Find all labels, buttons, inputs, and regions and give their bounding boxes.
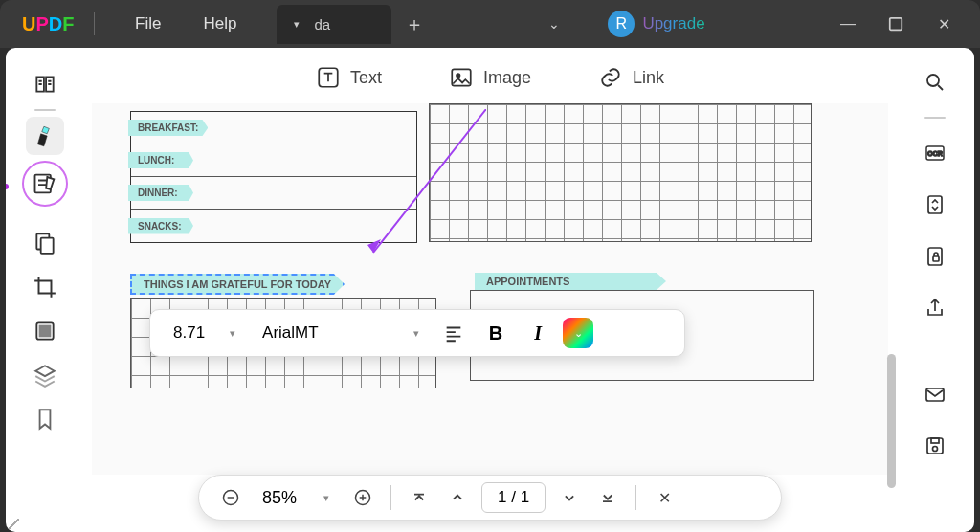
text-icon xyxy=(316,65,341,90)
save-button[interactable] xyxy=(918,429,952,463)
link-icon xyxy=(598,65,623,90)
upgrade-link[interactable]: Upgrade xyxy=(642,14,704,33)
zoom-value[interactable]: 85% xyxy=(255,488,304,508)
appointments-section-label: APPOINTMENTS xyxy=(475,273,666,290)
svg-rect-8 xyxy=(40,326,51,337)
font-family-dropdown-icon[interactable]: ▾ xyxy=(404,327,429,340)
prev-page-button[interactable] xyxy=(443,483,472,512)
bookmark-button[interactable] xyxy=(26,400,64,438)
text-color-button[interactable]: ⌄ xyxy=(563,318,593,348)
svg-rect-15 xyxy=(926,388,944,401)
image-tool[interactable]: Image xyxy=(449,65,531,90)
close-bar-button[interactable]: ✕ xyxy=(650,483,679,512)
zoom-dropdown-icon[interactable]: ▾ xyxy=(314,492,339,504)
app-logo: UPDF xyxy=(8,13,75,35)
redact-tool-button[interactable] xyxy=(26,312,64,350)
maximize-button[interactable] xyxy=(886,14,905,33)
font-size-dropdown-icon[interactable]: ▾ xyxy=(220,327,245,340)
dinner-label: DINNER: xyxy=(128,185,193,201)
separator xyxy=(34,109,56,111)
bold-button[interactable]: B xyxy=(479,316,513,350)
svg-rect-14 xyxy=(933,256,939,261)
meals-table: BREAKFAST: LUNCH: DINNER: SNACKS: xyxy=(130,111,417,243)
page-indicator[interactable]: 1 / 1 xyxy=(481,482,546,513)
document-canvas[interactable]: BREAKFAST: LUNCH: DINNER: SNACKS: THINGS… xyxy=(92,103,888,475)
last-page-button[interactable] xyxy=(593,483,622,512)
first-page-button[interactable] xyxy=(405,483,434,512)
page-navigation-bar: 85% ▾ 1 / 1 ✕ xyxy=(198,475,782,521)
svg-rect-17 xyxy=(931,438,939,443)
snacks-label: SNACKS: xyxy=(128,218,193,234)
resize-handle[interactable] xyxy=(6,519,19,532)
svg-rect-6 xyxy=(41,238,54,254)
separator xyxy=(635,485,636,510)
zoom-out-button[interactable] xyxy=(216,483,245,512)
chevron-down-icon[interactable]: ▾ xyxy=(294,18,300,31)
link-tool[interactable]: Link xyxy=(598,65,664,90)
close-button[interactable]: ✕ xyxy=(934,14,953,33)
document-tab[interactable]: ▾ da xyxy=(277,5,391,44)
text-format-toolbar: 8.71 ▾ ArialMT ▾ B I ⌄ xyxy=(149,309,685,357)
edit-pdf-button[interactable] xyxy=(22,161,68,207)
tabs-dropdown-icon[interactable]: ⌄ xyxy=(548,16,560,32)
layers-button[interactable] xyxy=(26,356,64,394)
svg-point-9 xyxy=(927,75,939,86)
search-button[interactable] xyxy=(918,65,952,100)
text-tool[interactable]: Text xyxy=(316,65,382,90)
tab-title: da xyxy=(314,16,330,33)
lunch-label: LUNCH: xyxy=(128,152,193,168)
avatar[interactable]: R xyxy=(608,11,635,37)
vertical-scrollbar[interactable] xyxy=(887,354,896,488)
organize-pages-button[interactable] xyxy=(26,224,64,262)
grid-area xyxy=(429,103,812,242)
svg-point-3 xyxy=(457,74,459,77)
email-button[interactable] xyxy=(918,377,952,411)
comment-tool-button[interactable] xyxy=(26,117,64,155)
separator xyxy=(94,12,95,35)
svg-rect-2 xyxy=(452,69,471,85)
align-button[interactable] xyxy=(436,316,471,350)
menu-help[interactable]: Help xyxy=(182,14,257,33)
svg-rect-0 xyxy=(890,18,902,31)
ocr-button[interactable]: OCR xyxy=(918,136,952,170)
italic-button[interactable]: I xyxy=(521,316,555,350)
edit-icon xyxy=(32,170,58,197)
zoom-in-button[interactable] xyxy=(348,483,377,512)
grateful-section-label[interactable]: THINGS I AM GRATEFUL FOR TODAY xyxy=(130,274,345,295)
font-size-value[interactable]: 8.71 xyxy=(166,323,212,343)
separator xyxy=(924,117,946,119)
svg-text:OCR: OCR xyxy=(927,150,943,157)
share-button[interactable] xyxy=(918,291,952,325)
menu-file[interactable]: File xyxy=(114,14,182,33)
breakfast-label: BREAKFAST: xyxy=(128,120,208,136)
image-icon xyxy=(449,65,474,90)
convert-button[interactable] xyxy=(918,188,952,222)
crop-tool-button[interactable] xyxy=(26,268,64,306)
next-page-button[interactable] xyxy=(555,483,584,512)
reader-mode-button[interactable] xyxy=(26,65,64,103)
svg-rect-12 xyxy=(928,196,942,213)
svg-point-18 xyxy=(933,447,938,452)
separator xyxy=(390,485,391,510)
add-tab-button[interactable]: ＋ xyxy=(405,11,424,37)
protect-button[interactable] xyxy=(918,239,952,274)
font-family-value[interactable]: ArialMT xyxy=(253,323,396,343)
minimize-button[interactable]: — xyxy=(838,14,858,33)
